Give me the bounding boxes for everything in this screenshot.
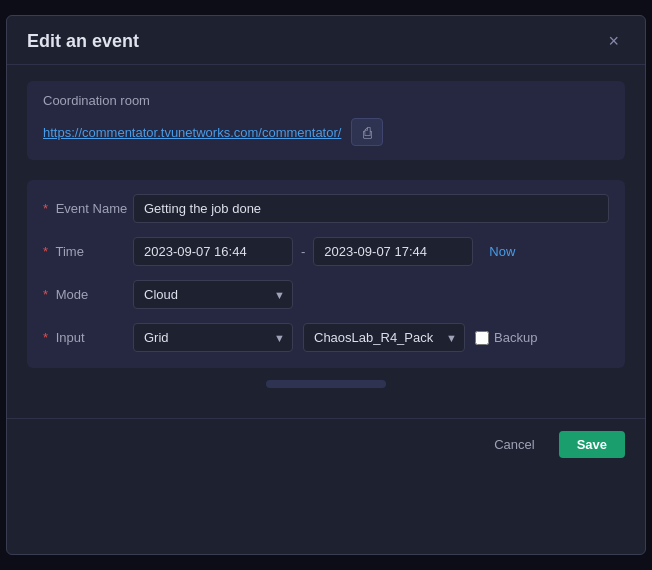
copy-url-button[interactable]: ⎙ [351, 118, 383, 146]
edit-event-modal: Edit an event × Coordination room https:… [6, 15, 646, 555]
input2-select[interactable]: ChaosLab_R4_Pack Other [303, 323, 465, 352]
time-label: * Time [43, 244, 133, 259]
input-fields-row: Grid SDI HDMI ▼ ChaosLab_R4_Pack Other [133, 323, 609, 352]
coordination-room-section: Coordination room https://commentator.tv… [27, 81, 625, 160]
backup-wrapper: Backup [475, 330, 537, 345]
time-start-input[interactable] [133, 237, 293, 266]
modal-body: Coordination room https://commentator.tv… [7, 65, 645, 408]
modal-footer: Cancel Save [7, 418, 645, 472]
mode-row: * Mode Cloud On-Premises ▼ [43, 280, 609, 309]
save-button[interactable]: Save [559, 431, 625, 458]
backup-checkbox[interactable] [475, 331, 489, 345]
mode-required: * [43, 287, 48, 302]
coordination-room-label: Coordination room [43, 93, 609, 108]
event-name-label: * Event Name [43, 201, 133, 216]
input-label: * Input [43, 330, 133, 345]
input-select[interactable]: Grid SDI HDMI [133, 323, 293, 352]
time-inputs-row: - Now [133, 237, 521, 266]
close-button[interactable]: × [602, 30, 625, 52]
time-row: * Time - Now [43, 237, 609, 266]
modal-overlay: Edit an event × Coordination room https:… [0, 0, 652, 570]
coord-url-row: https://commentator.tvunetworks.com/comm… [43, 118, 609, 146]
form-section: * Event Name * Time - Now [27, 180, 625, 368]
event-name-input[interactable] [133, 194, 609, 223]
cancel-button[interactable]: Cancel [480, 431, 548, 458]
now-button[interactable]: Now [483, 240, 521, 263]
time-required: * [43, 244, 48, 259]
input-required: * [43, 330, 48, 345]
event-name-row: * Event Name [43, 194, 609, 223]
backup-label: Backup [494, 330, 537, 345]
mode-select[interactable]: Cloud On-Premises [133, 280, 293, 309]
event-name-required: * [43, 201, 48, 216]
input-select-wrapper: Grid SDI HDMI ▼ [133, 323, 293, 352]
modal-title: Edit an event [27, 31, 139, 52]
input-row: * Input Grid SDI HDMI ▼ [43, 323, 609, 352]
mode-label: * Mode [43, 287, 133, 302]
time-separator: - [301, 244, 305, 259]
modal-header: Edit an event × [7, 16, 645, 65]
copy-icon: ⎙ [363, 124, 372, 141]
time-end-input[interactable] [313, 237, 473, 266]
coordination-room-url[interactable]: https://commentator.tvunetworks.com/comm… [43, 125, 341, 140]
mode-select-wrapper: Cloud On-Premises ▼ [133, 280, 293, 309]
input2-select-wrapper: ChaosLab_R4_Pack Other ▼ [303, 323, 465, 352]
scroll-indicator [266, 380, 386, 388]
